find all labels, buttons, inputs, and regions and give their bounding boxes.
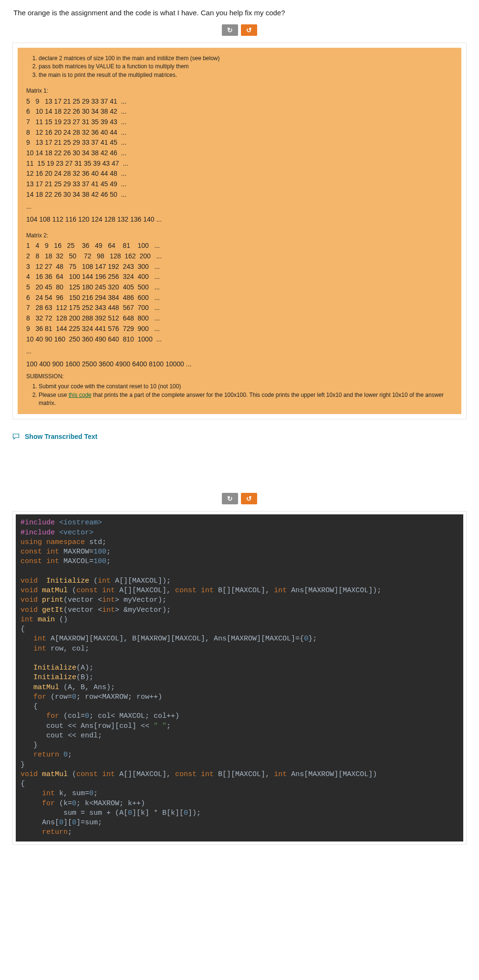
matrix-row: 6 24 54 96 150 216 294 384 486 600 ... bbox=[26, 293, 453, 303]
matrix1-rows: 5 9 13 17 21 25 29 33 37 41 ...6 10 14 1… bbox=[26, 96, 453, 200]
matrix-row: 2 8 18 32 50 72 98 128 162 200 ... bbox=[26, 251, 453, 262]
matrix-row: 3 12 27 48 75 108 147 192 243 300 ... bbox=[26, 262, 453, 272]
matrix2-ellipsis: ... bbox=[26, 347, 453, 356]
matrix1-ellipsis: ... bbox=[26, 202, 453, 212]
matrix-row: 10 40 90 160 250 360 490 640 810 1000 ..… bbox=[26, 334, 453, 345]
matrix-row: 5 9 13 17 21 25 29 33 37 41 ... bbox=[26, 96, 453, 107]
matrix-row: 4 16 36 64 100 144 196 256 324 400 ... bbox=[26, 272, 453, 282]
matrix2-last-row: 100 400 900 1600 2500 3600 4900 6400 810… bbox=[26, 359, 453, 370]
assignment-steps: declare 2 matrices of size 100 in the ma… bbox=[26, 54, 453, 79]
question-text: The orange is the assignment and the cod… bbox=[0, 0, 479, 21]
submission-item-2: Please use this code that prints the a p… bbox=[39, 391, 453, 408]
code-card: #include <iostream> #include <vector> us… bbox=[12, 511, 467, 844]
show-transcribed-text-button[interactable]: Show Transcribed Text bbox=[0, 431, 479, 452]
matrix-row: 5 20 45 80 125 180 245 320 405 500 ... bbox=[26, 282, 453, 293]
show-transcribed-text-label: Show Transcribed Text bbox=[25, 433, 97, 440]
matrix-row: 1 4 9 16 25 36 49 64 81 100 ... bbox=[26, 241, 453, 251]
matrix-row: 8 32 72 128 200 288 392 512 648 800 ... bbox=[26, 313, 453, 324]
matrix-row: 12 16 20 24 28 32 36 40 44 48 ... bbox=[26, 169, 453, 179]
matrix-row: 6 10 14 18 22 26 30 34 38 42 ... bbox=[26, 107, 453, 117]
matrix-row: 11 15 19 23 27 31 35 39 43 47 ... bbox=[26, 159, 453, 169]
matrix-row: 13 17 21 25 29 33 37 41 45 49 ... bbox=[26, 179, 453, 190]
matrix2-rows: 1 4 9 16 25 36 49 64 81 100 ...2 8 18 32… bbox=[26, 241, 453, 344]
submission-list: Submit your code with the constant reset… bbox=[26, 383, 453, 407]
refresh-button-2[interactable]: ↻ bbox=[222, 493, 238, 504]
submission-item-1: Submit your code with the constant reset… bbox=[39, 383, 453, 391]
submission-heading: SUBMISSION: bbox=[26, 373, 453, 381]
toolbar-2: ↻ ↺ bbox=[0, 490, 479, 509]
redo-button[interactable]: ↺ bbox=[241, 24, 257, 36]
assignment-card: declare 2 matrices of size 100 in the ma… bbox=[12, 43, 467, 419]
matrix-row: 8 12 16 20 24 28 32 36 40 44 ... bbox=[26, 128, 453, 138]
matrix-row: 7 11 15 19 23 27 31 35 39 43 ... bbox=[26, 117, 453, 128]
matrix-row: 7 28 63 112 175 252 343 448 567 700 ... bbox=[26, 303, 453, 313]
matrix-row: 9 13 17 21 25 29 33 37 41 45 ... bbox=[26, 138, 453, 148]
matrix1-last-row: 104 108 112 116 120 124 128 132 136 140 … bbox=[26, 214, 453, 225]
assignment-orange-box: declare 2 matrices of size 100 in the ma… bbox=[18, 48, 461, 414]
code-block[interactable]: #include <iostream> #include <vector> us… bbox=[16, 514, 463, 841]
toolbar-1: ↻ ↺ bbox=[0, 21, 479, 41]
matrix2-label: Matrix 2: bbox=[26, 232, 453, 240]
assignment-step: pass both matrices by VALUE to a functio… bbox=[39, 63, 453, 71]
matrix-row: 10 14 18 22 26 30 34 38 42 46 ... bbox=[26, 148, 453, 159]
this-code-link[interactable]: this code bbox=[69, 392, 92, 398]
submission-item-2-prefix: Please use bbox=[39, 392, 69, 398]
assignment-step: the main is to print the result of the m… bbox=[39, 71, 453, 79]
matrix-row: 9 36 81 144 225 324 441 576 729 900 ... bbox=[26, 324, 453, 334]
redo-button-2[interactable]: ↺ bbox=[241, 493, 257, 504]
matrix1-label: Matrix 1: bbox=[26, 87, 453, 95]
refresh-button[interactable]: ↻ bbox=[222, 24, 238, 36]
submission-item-2-suffix: that prints the a part of the complete a… bbox=[39, 392, 444, 406]
chat-icon bbox=[12, 433, 21, 440]
assignment-step: declare 2 matrices of size 100 in the ma… bbox=[39, 54, 453, 63]
matrix-row: 14 18 22 26 30 34 38 42 46 50 ... bbox=[26, 190, 453, 200]
